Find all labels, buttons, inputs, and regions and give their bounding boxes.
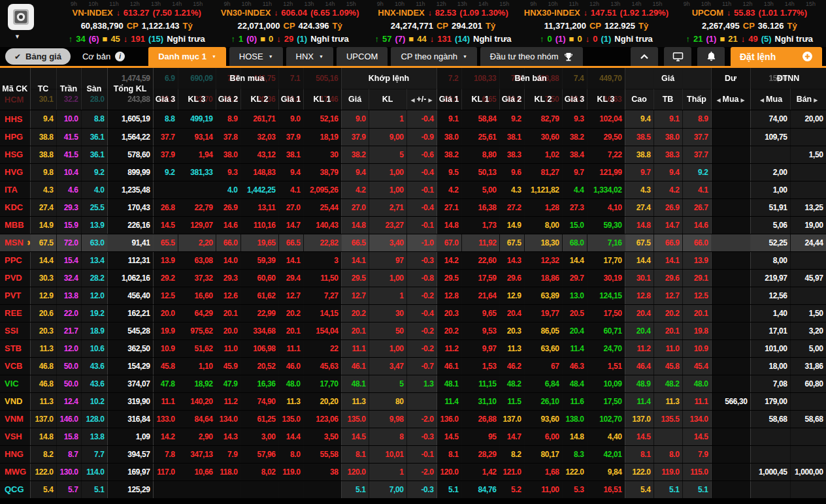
table-row[interactable]: HSG38.841.536.1578,6037.91,9438.043,1238… [0,146,826,163]
tab-upcom[interactable]: UPCOM [337,47,388,66]
index-panel[interactable]: 9h10h11h12h13h14h15h VN30-INDEX ↓ 606.04… [213,0,366,47]
col-header-ban-gia2[interactable]: Giá 2 [499,89,524,110]
table-row[interactable]: HPG38.841.536.11,564,2237.793,1437.832,0… [0,128,826,146]
cell-ma[interactable]: PVT [0,287,30,304]
table-row[interactable]: HHS9.410.08.81,605,198.8499,198.9261,719… [0,110,826,128]
cell-ma[interactable]: HHS [0,110,30,128]
col-header-mua-gia3[interactable]: Giá 3 [153,89,178,110]
table-row[interactable]: MBB14.915.913.9226,1614.5129,0714.6110,1… [0,216,826,234]
col-header-ban-kl3[interactable]: KL 3 [587,89,625,110]
table-row[interactable]: HNG8.28.77.7394,577.8347,137.957,968.055… [0,445,826,463]
index-panel[interactable]: 9h10h11h12h13h14h15h UPCOM ↓ 55.83 (1.01… [673,0,826,47]
cell-ma[interactable]: PVD [0,269,30,287]
col-header-ban-kl1[interactable]: KL 1 [461,89,499,110]
col-header-gia-thap[interactable]: Thấp [682,89,711,110]
col-header-tran[interactable]: Trần [56,68,81,110]
col-header-mua-kl3[interactable]: KL 3 [178,89,216,110]
col-header-mua-kl2[interactable]: KL 2 [240,89,278,110]
cell-ma[interactable]: VCB [0,357,30,375]
alerts-button[interactable] [697,47,725,66]
col-header-khop-gia[interactable]: Giá [341,89,369,110]
col-header-khop-kl[interactable]: KL [369,89,406,110]
cell-ban-kl3: 9,84 [587,463,625,480]
table-row[interactable]: REE20.622.019.2162,2120.064,2920.122,992… [0,304,826,322]
place-order-button[interactable]: Đặt lệnh [731,47,822,66]
pager-right-icon[interactable]: ▶ [814,97,818,103]
cell-ma[interactable]: HVG [0,163,30,181]
col-header-tc[interactable]: TC [30,68,56,110]
col-header-gia-cao[interactable]: Cao [625,89,653,110]
col-header-nn-ban[interactable]: Bán▶ [790,89,826,110]
table-row[interactable]: ITA4.34.64.01,235,484.01,442,254.12,095,… [0,181,826,198]
table-row[interactable]: PVT12.913.812.0456,4012.516,6012.661,621… [0,287,826,304]
cell-ma[interactable]: MWG [0,463,30,480]
pager-right-icon[interactable]: ▶ [428,97,432,103]
table-row[interactable]: MSN✖67.572.063.091,4165.52,2066.019,6566… [0,234,826,251]
table-row[interactable]: PVD30.332.428.21,062,1629.237,3229.360,6… [0,269,826,287]
info-icon[interactable]: i [115,52,125,61]
pager-left-icon[interactable]: ◀ [410,97,414,103]
tab-hnx[interactable]: HNX ▼ [286,47,333,66]
cell-ma[interactable]: HNG [0,445,30,463]
tab-cp-theo-nganh[interactable]: CP theo ngành ▼ [391,47,476,66]
tab-danh-muc-1[interactable]: Danh mục 1 ▼ [148,47,226,66]
table-row[interactable]: SSI20.321.718.9545,2819.9975,6220.0334,6… [0,322,826,339]
col-header-khop-change[interactable]: ◀+/-▶ [406,89,437,110]
view-toggle-bang-gia[interactable]: ✔ Bảng giá [5,48,71,65]
col-header-mua-kl1[interactable]: KL 1 [303,89,341,110]
cell-gia-tb: 26.9 [653,198,682,216]
collapse-header-button[interactable] [631,47,658,66]
col-header-ban-gia3[interactable]: Giá 3 [562,89,587,110]
col-header-tong-kl[interactable]: Tổng KL [107,68,153,110]
cell-ma[interactable]: QCG [0,480,30,498]
table-row[interactable]: MWG122.0130.0114.0169,97117.010,66118.08… [0,463,826,480]
table-row[interactable]: VNM137.0146.0128.0316,84133.084,64134.06… [0,410,826,428]
pager-right-icon[interactable]: ▶ [741,97,745,103]
cell-ma[interactable]: HSG [0,146,30,163]
cell-ma[interactable]: REE [0,304,30,322]
tab-dau-tu-theo-nhom[interactable]: Đầu tư theo nhóm [480,47,583,66]
cell-ma[interactable]: MSN✖ [0,234,30,251]
tab-hose[interactable]: HOSE ▼ [229,47,283,66]
index-panel[interactable]: 9h10h11h12h13h14h15h HNX30-INDEX ↓ 147.5… [520,0,672,47]
cell-ma[interactable]: VND [0,392,30,410]
cell-ma[interactable]: PPC [0,251,30,269]
cell-ma[interactable]: SSI [0,322,30,339]
table-row[interactable]: KDC27.429.325.5170,4326.822,7926.913,112… [0,198,826,216]
cell-ma[interactable]: KDC [0,198,30,216]
col-header-ma-ck[interactable]: Mã CK [0,68,30,110]
cell-ma[interactable]: MBB [0,216,30,234]
table-row[interactable]: VSH14.815.813.81,0914.22,9014.33,0014.43… [0,428,826,445]
cell-ma[interactable]: STB [0,339,30,357]
view-toggle-co-ban[interactable]: Cơ bản i [76,48,131,65]
app-logo[interactable] [8,4,34,30]
chevron-down-icon[interactable]: ▼ [14,33,20,40]
table-row[interactable]: VIC46.850.043.6374,0747.818,9247.916,364… [0,375,826,392]
pager-left-icon[interactable]: ◀ [760,97,764,103]
table-row[interactable]: PPC14.415.413.4112,3113.963,0814.059,391… [0,251,826,269]
table-row[interactable]: VCB46.850.043.6154,2945.81,1045.920,5246… [0,357,826,375]
col-header-gia-tb[interactable]: TB [653,89,682,110]
col-header-ban-kl2[interactable]: KL 2 [524,89,562,110]
cell-ma[interactable]: VNM [0,410,30,428]
table-row[interactable]: STB11.312.010.6362,5010.951,6211.0106,98… [0,339,826,357]
display-mode-button[interactable] [664,47,691,66]
col-header-mua-gia1[interactable]: Giá 1 [278,89,303,110]
cell-ma[interactable]: ITA [0,181,30,198]
index-panel[interactable]: 9h10h11h12h13h14h15h VN-INDEX ↓ 613.27 (… [60,0,213,47]
cell-ma[interactable]: HPG [0,128,30,146]
col-header-ban-gia1[interactable]: Giá 1 [437,89,461,110]
cell-ma[interactable]: VIC [0,375,30,392]
remove-stock-icon[interactable]: ✖ [27,239,30,247]
col-header-san[interactable]: Sàn [81,68,107,110]
cell-ma[interactable]: VSH [0,428,30,445]
pager-left-icon[interactable]: ◀ [716,97,720,103]
table-row[interactable]: HVG9.810.49.2899,999.2381,339.3148,839.4… [0,163,826,181]
cell-value: 1,50 [809,309,823,318]
col-header-mua-gia2[interactable]: Giá 2 [216,89,240,110]
index-panel[interactable]: 9h10h11h12h13h14h15h HNX-INDEX ↓ 82.53 (… [367,0,520,47]
table-row[interactable]: VND11.312.410.2319,9011.1140,2011.274,90… [0,392,826,410]
table-row[interactable]: QCG5.45.75.1125,295.17,00-0.35.184,765.2… [0,480,826,498]
col-header-nn-mua[interactable]: ◀Mua [750,89,790,110]
col-header-du-mua[interactable]: ◀Mua▶ [711,89,750,110]
